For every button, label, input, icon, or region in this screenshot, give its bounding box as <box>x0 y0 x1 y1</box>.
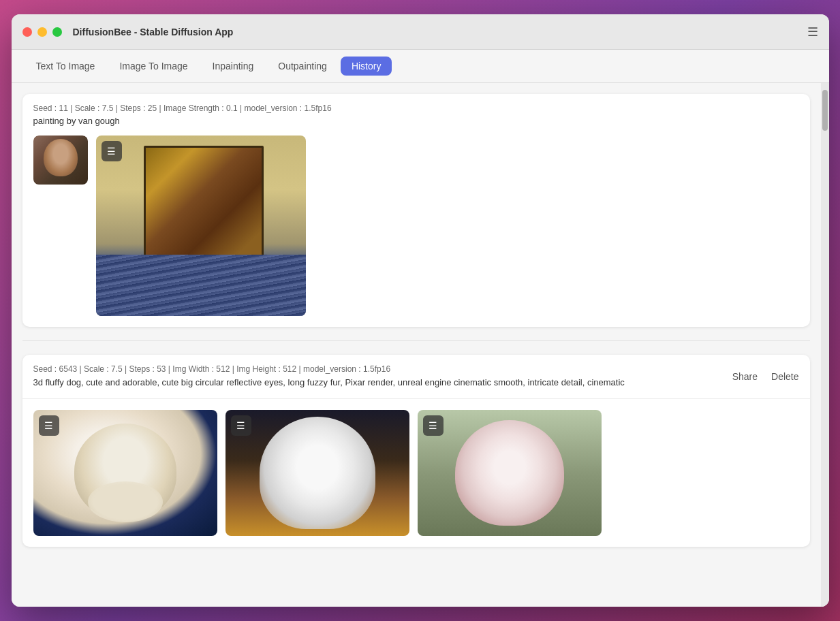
history-entry-dog: Seed : 6543 | Scale : 7.5 | Steps : 53 |… <box>22 355 810 547</box>
section-divider <box>22 340 810 341</box>
traffic-lights <box>22 27 62 37</box>
tab-inpainting[interactable]: Inpainting <box>202 57 265 76</box>
entry-vangogh-meta: Seed : 11 | Scale : 7.5 | Steps : 25 | I… <box>33 104 799 113</box>
entry-vangogh-meta-row: Seed : 11 | Scale : 7.5 | Steps : 25 | I… <box>22 94 810 136</box>
maximize-button[interactable] <box>52 27 62 37</box>
dog-image-2-container[interactable]: ☰ <box>225 410 409 536</box>
source-avatar-image <box>33 136 88 185</box>
vangogh-image-menu-button[interactable]: ☰ <box>102 141 122 161</box>
menu-icon[interactable]: ☰ <box>807 25 818 39</box>
entry-dog-prompt: 3d fluffy dog, cute and adorable, cute b… <box>33 377 799 389</box>
vangogh-result-image <box>96 136 306 316</box>
scrollbar-thumb[interactable] <box>822 90 828 131</box>
share-button[interactable]: Share <box>732 371 758 382</box>
navbar: Text To Image Image To Image Inpainting … <box>12 50 829 83</box>
source-avatar-container <box>33 136 88 316</box>
tab-text-to-image[interactable]: Text To Image <box>25 57 106 76</box>
dog-image-2-menu-button[interactable]: ☰ <box>231 415 251 436</box>
tab-image-to-image[interactable]: Image To Image <box>108 57 198 76</box>
dog-image-2 <box>225 410 409 536</box>
dog-image-1-container[interactable]: ☰ <box>33 410 217 536</box>
tab-history[interactable]: History <box>341 57 392 76</box>
dog-image-3-menu-button[interactable]: ☰ <box>423 415 444 436</box>
entry-dog-actions: Share Delete <box>732 371 799 382</box>
delete-button[interactable]: Delete <box>771 371 798 382</box>
entry-dog-meta-row: Seed : 6543 | Scale : 7.5 | Steps : 53 |… <box>22 355 810 399</box>
entry-vangogh-prompt: painting by van gough <box>33 116 799 126</box>
dog-image-3 <box>418 410 602 536</box>
entry-dog-images: ☰ ☰ ☰ <box>22 399 810 547</box>
tab-outpainting[interactable]: Outpainting <box>267 57 338 76</box>
vangogh-result-container[interactable]: ☰ <box>96 136 306 316</box>
titlebar: DiffusionBee - Stable Diffusion App ☰ <box>12 14 829 50</box>
minimize-button[interactable] <box>37 27 47 37</box>
window-title: DiffusionBee - Stable Diffusion App <box>73 27 807 37</box>
close-button[interactable] <box>22 27 32 37</box>
scrollbar-track[interactable] <box>821 83 829 607</box>
dog-image-3-container[interactable]: ☰ <box>418 410 602 536</box>
dog-image-1 <box>33 410 217 536</box>
entry-dog-meta: Seed : 6543 | Scale : 7.5 | Steps : 53 |… <box>33 364 799 374</box>
app-window: DiffusionBee - Stable Diffusion App ☰ Te… <box>12 14 829 607</box>
dog-image-1-menu-button[interactable]: ☰ <box>39 415 59 436</box>
history-scroll[interactable]: Seed : 11 | Scale : 7.5 | Steps : 25 | I… <box>12 83 821 607</box>
history-entry-vangogh: Seed : 11 | Scale : 7.5 | Steps : 25 | I… <box>22 94 810 327</box>
content-area: Seed : 11 | Scale : 7.5 | Steps : 25 | I… <box>12 83 829 607</box>
entry-vangogh-images: ☰ <box>22 136 810 327</box>
